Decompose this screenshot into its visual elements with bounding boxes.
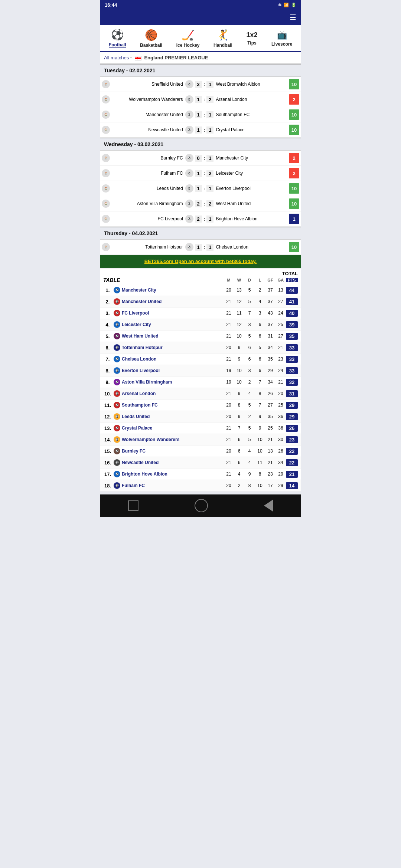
table-row[interactable]: 16. ⚽ Newcastle United 21 6 4 11 21 34 2… (100, 457, 301, 468)
stat-gf: 27 (265, 402, 276, 408)
team-name[interactable]: Tottenham Hotspur (122, 345, 224, 350)
menu-button[interactable]: ☰ (290, 13, 296, 22)
stat-w: 6 (234, 460, 244, 465)
score-divider: : (203, 155, 205, 161)
team-name[interactable]: Fulham FC (122, 483, 224, 488)
nav-triangle-button[interactable] (264, 500, 273, 512)
match-row[interactable]: 🏠 FC Liverpool ⚽ 2 : 1 Brighton Hove Alb… (100, 211, 301, 227)
away-score: 1 (206, 81, 213, 88)
sport-tab-basketball[interactable]: 🏀 Basketball (140, 29, 162, 48)
away-score: 1 (206, 155, 213, 162)
home-score: 1 (195, 185, 202, 192)
team-name[interactable]: Southampton FC (122, 402, 224, 408)
table-row[interactable]: 4. ⚽ Leicester City 21 12 3 6 37 25 39 (100, 319, 301, 331)
table-row[interactable]: 11. ⚽ Southampton FC 20 8 5 7 27 25 29 (100, 400, 301, 411)
match-row[interactable]: 🏠 Sheffield United ⚽ 2 : 1 West Bromwich… (100, 77, 301, 92)
table-row[interactable]: 13. ⚽ Crystal Palace 21 7 5 9 25 36 26 (100, 423, 301, 434)
stat-gf: 23 (265, 471, 276, 477)
table-row[interactable]: 10. ⚽ Arsenal London 21 9 4 8 26 20 31 (100, 388, 301, 400)
team-name[interactable]: Leeds United (122, 414, 224, 419)
standings-table: TOTAL TABLE M W D L GF GA PTS 1. ⚽ Manch… (100, 269, 301, 491)
sport-tab-ice-hockey[interactable]: 🏒 Ice Hockey (176, 29, 200, 48)
rank-number: 12. (103, 414, 112, 420)
table-row[interactable]: 15. ⚽ Burnley FC 20 6 4 10 13 26 22 (100, 445, 301, 457)
match-row[interactable]: 🏠 Tottenham Hotspur ⚽ 1 : 1 Chelsea Lond… (100, 240, 301, 255)
home-score: 2 (195, 200, 202, 207)
ad-banner[interactable]: BET365.com Open an account with bet365 t… (100, 255, 301, 268)
table-row[interactable]: 6. ⚽ Tottenham Hotspur 20 9 6 5 34 21 33 (100, 342, 301, 354)
team-name[interactable]: Leicester City (122, 322, 224, 327)
team-name[interactable]: Brighton Hove Albion (122, 471, 224, 477)
home-circle-button[interactable] (195, 499, 208, 512)
team-name[interactable]: Newcastle United (122, 460, 224, 465)
team-name[interactable]: Manchester City (122, 287, 224, 293)
col-pts: PTS (286, 278, 298, 282)
stat-pts: 44 (286, 287, 298, 294)
team-name[interactable]: Manchester United (122, 299, 224, 304)
match-row[interactable]: 🏠 Fulham FC ⚽ 1 : 2 Leicester City 2 (100, 166, 301, 181)
back-square-button[interactable] (128, 500, 138, 511)
football-label: Football (109, 42, 126, 47)
rank-number: 4. (103, 322, 112, 328)
table-row[interactable]: 2. ⚽ Manchester United 21 12 5 4 37 27 4… (100, 296, 301, 308)
handball-label: Handball (213, 43, 232, 48)
stat-d: 7 (244, 310, 255, 316)
sport-tab-football[interactable]: ⚽ Football (109, 29, 126, 48)
team-name[interactable]: Chelsea London (122, 356, 224, 362)
stat-m: 20 (224, 402, 234, 408)
col-m: M (224, 278, 234, 282)
home-team-name: Sheffield United (110, 82, 185, 87)
score-section: ⚽ 2 : 1 (185, 215, 214, 223)
table-row[interactable]: 14. ⚽ Wolverhampton Wanderers 21 6 5 10 … (100, 434, 301, 445)
stat-ga: 23 (276, 356, 286, 362)
team-name[interactable]: Everton Liverpool (122, 368, 224, 373)
match-row[interactable]: 🏠 Burnley FC ⚽ 0 : 1 Manchester City 2 (100, 151, 301, 166)
sport-tab-tips[interactable]: 1x2 Tips (246, 31, 257, 46)
score-divider: : (203, 82, 205, 87)
team-name[interactable]: Burnley FC (122, 448, 224, 454)
stat-d: 4 (244, 460, 255, 465)
score-section: ⚽ 1 : 1 (185, 126, 214, 134)
team-name[interactable]: Wolverhampton Wanderers (122, 437, 224, 442)
all-matches-link[interactable]: All matches (104, 55, 129, 60)
rank-number: 7. (103, 356, 112, 362)
stat-m: 21 (224, 310, 234, 316)
team-name[interactable]: Crystal Palace (122, 425, 224, 431)
signal-icon: 📶 (284, 3, 289, 7)
result-badge: 10 (289, 242, 299, 252)
sport-tab-handball[interactable]: 🤾 Handball (213, 29, 232, 48)
result-badge: 10 (289, 183, 299, 194)
score-divider: : (203, 112, 205, 118)
away-team-name: West Ham United (213, 201, 289, 206)
home-team-name: Tottenham Hotspur (110, 244, 185, 250)
stat-w: 6 (234, 437, 244, 442)
team-name[interactable]: West Ham United (122, 333, 224, 339)
table-row[interactable]: 12. ⚽ Leeds United 20 9 2 9 35 36 29 (100, 411, 301, 423)
away-team-name: West Bromwich Albion (213, 82, 289, 87)
team-name[interactable]: FC Liverpool (122, 310, 224, 316)
stat-pts: 39 (286, 321, 298, 328)
match-row[interactable]: 🏠 Wolverhampton Wanderers ⚽ 1 : 2 Arsena… (100, 92, 301, 107)
score-divider: : (203, 216, 205, 222)
table-title: TABLE (103, 277, 224, 283)
team-name[interactable]: Arsenal London (122, 391, 224, 396)
stat-d: 5 (244, 425, 255, 431)
match-row[interactable]: 🏠 Newcastle United ⚽ 1 : 1 Crystal Palac… (100, 122, 301, 138)
table-row[interactable]: 9. ⚽ Aston Villa Birmingham 19 10 2 7 34… (100, 377, 301, 388)
team-name[interactable]: Aston Villa Birmingham (122, 379, 224, 385)
rank-number: 1. (103, 287, 112, 293)
table-row[interactable]: 3. ⚽ FC Liverpool 21 11 7 3 43 24 40 (100, 308, 301, 319)
home-team-name: Leeds United (110, 186, 185, 191)
table-row[interactable]: 7. ⚽ Chelsea London 21 9 6 6 35 23 33 (100, 354, 301, 365)
table-row[interactable]: 8. ⚽ Everton Liverpool 19 10 3 6 29 24 3… (100, 365, 301, 377)
match-row[interactable]: 🏠 Manchester United ⚽ 1 : 1 Southampton … (100, 107, 301, 122)
match-row[interactable]: 🏠 Leeds United ⚽ 1 : 1 Everton Liverpool… (100, 181, 301, 196)
match-row[interactable]: 🏠 Aston Villa Birmingham ⚽ 2 : 2 West Ha… (100, 196, 301, 211)
livescore-icon: 📺 (277, 30, 287, 40)
table-row[interactable]: 5. ⚽ West Ham United 21 10 5 6 31 27 35 (100, 331, 301, 342)
table-row[interactable]: 1. ⚽ Manchester City 20 13 5 2 37 13 44 (100, 285, 301, 296)
team-badge: ⚽ (112, 470, 122, 478)
table-row[interactable]: 17. ⚽ Brighton Hove Albion 21 4 9 8 23 2… (100, 468, 301, 480)
table-row[interactable]: 18. ⚽ Fulham FC 20 2 8 10 17 29 14 (100, 480, 301, 491)
sport-tab-livescore[interactable]: 📺 Livescore (271, 30, 292, 47)
